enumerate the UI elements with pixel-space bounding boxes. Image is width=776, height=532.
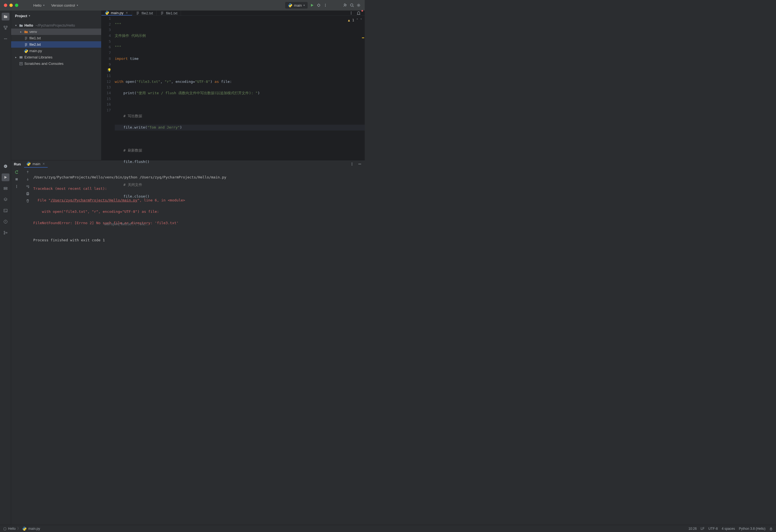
svg-point-32 (16, 187, 17, 188)
tree-label: venv (29, 30, 37, 34)
svg-point-10 (4, 38, 4, 39)
git-button[interactable] (2, 229, 9, 237)
close-window[interactable] (4, 4, 7, 7)
python-icon (26, 162, 31, 166)
window-controls (4, 4, 18, 7)
text-file-icon (24, 36, 28, 40)
close-tab-icon[interactable]: × (125, 11, 129, 15)
python-console-button[interactable] (2, 163, 9, 170)
svg-point-4 (344, 4, 346, 5)
svg-rect-9 (5, 28, 6, 29)
intention-bulb-icon[interactable]: 💡 (107, 67, 112, 73)
svg-point-24 (4, 233, 5, 234)
svg-rect-29 (15, 178, 18, 180)
rerun-icon[interactable] (14, 170, 19, 174)
gutter: 123456789 💡10 11121314151617 (102, 16, 115, 222)
chevron-down-icon: ▾ (304, 4, 305, 7)
code-area[interactable]: ▲ 1 ˄ ˅ 123456789 💡10 11121314151617 """… (102, 16, 365, 222)
settings-icon[interactable] (356, 3, 361, 7)
svg-point-18 (351, 13, 351, 13)
code-body[interactable]: """ 文件操作 代码示例 """ import time with open(… (115, 16, 365, 222)
more-tool-button[interactable] (2, 35, 9, 43)
scroll-up-icon[interactable] (25, 170, 30, 174)
print-icon[interactable] (25, 192, 30, 196)
maximize-window[interactable] (15, 4, 18, 7)
python-icon (105, 11, 109, 15)
tab-file1[interactable]: file1.txt (157, 11, 181, 15)
services-button[interactable] (2, 196, 9, 203)
svg-point-31 (16, 186, 17, 187)
problems-button[interactable] (2, 218, 9, 226)
editor: main.py × file2.txt file1.txt ▲ 1 ˄ ˅ (102, 11, 365, 160)
tab-mainpy[interactable]: main.py × (102, 11, 132, 15)
debug-button[interactable] (317, 3, 321, 7)
run-tab[interactable]: main × (24, 161, 47, 168)
chevron-down-icon: ▾ (77, 4, 78, 7)
expand-icon[interactable]: ▸ (14, 56, 18, 59)
svg-rect-16 (20, 62, 22, 65)
expand-icon[interactable]: ▾ (14, 24, 18, 27)
root-path: ~/PycharmProjects/Hello (35, 23, 75, 27)
tab-file2[interactable]: file2.txt (132, 11, 157, 15)
expand-icon[interactable]: ▸ (19, 30, 23, 33)
more-actions[interactable] (323, 3, 328, 7)
notifications-icon[interactable] (355, 11, 363, 15)
run-tool-button[interactable] (2, 174, 9, 181)
search-icon[interactable] (350, 3, 354, 7)
svg-point-0 (318, 4, 320, 6)
svg-point-11 (5, 38, 6, 39)
project-tool-button[interactable] (2, 13, 9, 20)
tree-extlib[interactable]: ▸ External Libraries (11, 54, 101, 60)
structure-tool-button[interactable] (2, 24, 9, 32)
svg-point-12 (6, 38, 7, 39)
titlebar: Hello ▾ Version control ▾ main ▾ (0, 0, 365, 11)
tab-label: file1.txt (166, 11, 177, 15)
tree-label: External Libraries (24, 55, 52, 59)
stop-icon[interactable] (14, 177, 19, 182)
run-title: Run (14, 162, 21, 166)
run-config-selector[interactable]: main ▾ (285, 2, 308, 9)
svg-point-6 (358, 5, 359, 6)
tab-more-icon[interactable] (348, 11, 355, 15)
project-panel-header[interactable]: Project ▾ (11, 11, 101, 21)
run-more-actions[interactable] (14, 184, 19, 189)
svg-point-3 (325, 6, 326, 7)
svg-point-23 (4, 231, 5, 232)
svg-point-30 (16, 185, 17, 186)
tree-mainpy[interactable]: main.py (11, 48, 101, 54)
run-tab-label: main (32, 162, 40, 166)
tree-label: file2.txt (29, 42, 41, 46)
project-name: Hello (33, 3, 41, 7)
scratch-icon (19, 61, 23, 66)
console-line: Process finished with exit code 1 (33, 237, 365, 243)
tree-venv[interactable]: ▸ venv (11, 29, 101, 35)
packages-button[interactable] (2, 185, 9, 192)
project-menu[interactable]: Hello ▾ (31, 2, 47, 9)
text-file-icon (160, 11, 164, 15)
tree-label: file1.txt (29, 36, 41, 40)
tree-scratch[interactable]: Scratches and Consoles (11, 60, 101, 67)
tree-label: Scratches and Consoles (24, 61, 63, 66)
chevron-down-icon: ▾ (29, 14, 30, 17)
tree-file1[interactable]: file1.txt (11, 35, 101, 41)
root-name: Hello (24, 23, 33, 27)
code-with-me-icon[interactable] (343, 3, 348, 7)
svg-rect-7 (4, 26, 5, 27)
run-button[interactable] (310, 3, 314, 7)
svg-rect-14 (21, 56, 22, 58)
scroll-down-icon[interactable] (25, 177, 30, 182)
svg-rect-15 (22, 56, 22, 58)
soft-wrap-icon[interactable] (25, 184, 30, 189)
tree-root[interactable]: ▾ Hello ~/PycharmProjects/Hello (11, 22, 101, 29)
delete-icon[interactable] (25, 199, 30, 203)
close-tab-icon[interactable]: × (42, 162, 45, 166)
tree-label: main.py (29, 49, 42, 53)
terminal-button[interactable] (2, 207, 9, 215)
tree-file2[interactable]: file2.txt (11, 41, 101, 48)
minimize-window[interactable] (9, 4, 13, 7)
vcs-label: Version control (51, 3, 75, 7)
library-icon (19, 55, 23, 59)
svg-point-5 (351, 4, 353, 6)
vcs-menu[interactable]: Version control ▾ (49, 2, 80, 9)
python-icon (288, 3, 293, 7)
